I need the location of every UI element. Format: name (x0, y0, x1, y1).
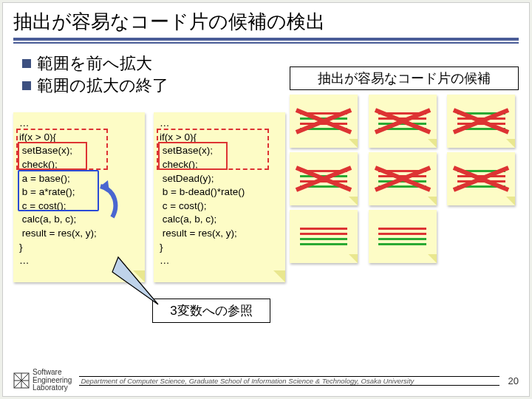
svg-marker-1 (112, 257, 158, 304)
code-line: } (19, 241, 140, 255)
code-line: check(); (160, 158, 281, 172)
bullet-square-icon (22, 59, 31, 68)
code-line: b = a*rate(); (19, 185, 140, 200)
callout-text: 3変数への参照 (152, 299, 270, 323)
code-line: calc(a, b, c); (19, 213, 140, 227)
candidate-thumbnail (369, 210, 437, 263)
code-line: a = base(); (19, 172, 140, 186)
logo-line: Laboratory (33, 384, 72, 392)
candidate-thumbnail (290, 95, 358, 148)
candidate-thumbnail (447, 152, 515, 205)
candidates-panel: 抽出が容易なコード片の候補 (290, 66, 519, 263)
code-line: setBase(x); (160, 144, 281, 158)
candidate-thumbnail (290, 210, 358, 263)
candidate-thumbnail (369, 152, 437, 205)
callout: 3変数への参照 (152, 299, 270, 323)
callout-pointer-icon (111, 254, 170, 306)
code-line: check(); (19, 158, 140, 172)
code-line: result = res(x, y); (160, 227, 281, 241)
code-line: b = b-dead()*rate() (160, 185, 281, 200)
slide-title-text: 抽出が容易なコード片の候補の検出 (13, 10, 325, 33)
code-line: } (160, 241, 281, 255)
code-line: c = cost(); (160, 200, 281, 214)
candidate-thumbnail (369, 95, 437, 148)
bullet-square-icon (22, 81, 31, 90)
code-line: … (160, 254, 281, 268)
code-line: c = cost(); (19, 200, 140, 214)
bullet-text: 範囲の拡大の終了 (37, 75, 168, 97)
content-area: … if(x > 0){ setBase(x); check(); a = ba… (13, 112, 519, 366)
code-line: result = res(x, y); (19, 227, 140, 241)
candidate-thumbnail (290, 152, 358, 205)
code-line: … (160, 117, 281, 131)
bullet-text: 範囲を前へ拡大 (37, 52, 152, 75)
candidates-grid (290, 95, 519, 263)
title-underline (13, 38, 519, 45)
lab-logo-icon (13, 372, 30, 389)
slide-title: 抽出が容易なコード片の候補の検出 (3, 3, 529, 51)
footer: Software Engineering Laboratory Departme… (13, 369, 519, 392)
code-line: setBase(x); (19, 144, 140, 158)
code-snippet-right: … if(x > 0){ setBase(x); check(); setDea… (154, 112, 285, 282)
lab-logo: Software Engineering Laboratory (13, 369, 72, 392)
page-number: 20 (499, 375, 519, 386)
code-line: setDead(y); (160, 172, 281, 186)
code-line: if(x > 0){ (19, 131, 140, 145)
candidate-thumbnail (447, 95, 515, 148)
code-line: calc(a, b, c); (160, 213, 281, 227)
department-line: Department of Computer Science, Graduate… (79, 376, 499, 386)
code-line: … (19, 117, 140, 131)
lab-logo-text: Software Engineering Laboratory (33, 369, 72, 392)
code-line: if(x > 0){ (160, 131, 281, 145)
candidates-title: 抽出が容易なコード片の候補 (290, 66, 519, 90)
